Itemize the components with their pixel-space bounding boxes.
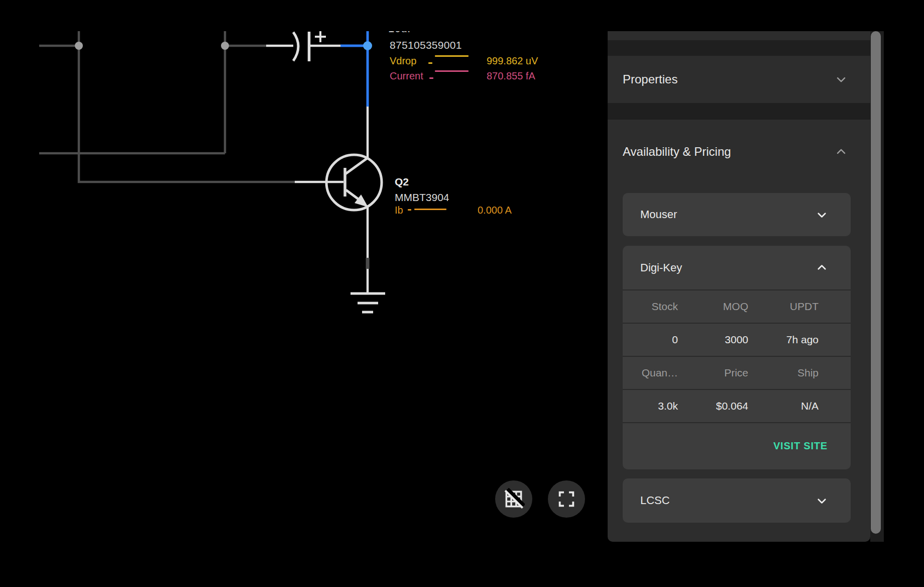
panel-divider	[608, 40, 870, 56]
current-line	[435, 70, 469, 72]
panel-divider	[608, 103, 870, 120]
highlighted-net-blue[interactable]	[340, 31, 368, 107]
quantity-header: Quan…	[623, 367, 678, 379]
junction-dot-highlighted[interactable]	[363, 41, 372, 50]
current-value: 870.855 fA	[487, 70, 535, 81]
ship-value: N/A	[748, 400, 819, 412]
stock-value-row: 0 3000 7h ago	[623, 324, 851, 356]
moq-value: 3000	[678, 334, 748, 346]
mouser-card-header[interactable]: Mouser	[623, 193, 851, 236]
fullscreen-icon	[556, 489, 576, 509]
visit-site-link[interactable]: VISIT SITE	[773, 440, 828, 452]
availability-pricing-section: Availability & Pricing Mouser Digi-Key	[608, 120, 870, 542]
vdrop-label: Vdrop	[390, 55, 416, 66]
capacitor-part-number: 875105359001	[390, 39, 462, 51]
stock-header-row: Stock MOQ UPDT	[623, 290, 851, 323]
supplier-card-digikey: Digi-Key Stock MOQ UPDT 0 3000 7h ago Qu…	[623, 246, 851, 469]
stock-value: 0	[623, 334, 678, 346]
transistor-part-number: MMBT3904	[395, 191, 449, 204]
price-value-row: 3.0k $0.064 N/A	[623, 390, 851, 422]
ground-symbol[interactable]	[351, 294, 385, 312]
dim-net-wires[interactable]	[39, 31, 295, 182]
chevron-up-icon	[834, 145, 848, 159]
panel-scrollbar-track[interactable]	[870, 31, 884, 542]
lcsc-label: LCSC	[640, 494, 670, 507]
availability-section-header[interactable]: Availability & Pricing	[608, 142, 870, 162]
stock-header: Stock	[623, 301, 678, 313]
visit-site-row: VISIT SITE	[623, 423, 851, 468]
chevron-down-icon	[815, 208, 829, 222]
current-dash	[429, 77, 433, 79]
vdrop-value: 999.862 uV	[487, 55, 538, 66]
fullscreen-button[interactable]	[548, 480, 585, 518]
vdrop-dash	[428, 62, 432, 64]
quantity-value: 3.0k	[623, 400, 678, 412]
ship-header: Ship	[748, 367, 819, 379]
transistor-ref-designator: Q2	[395, 176, 409, 188]
supplier-card-mouser: Mouser	[623, 193, 851, 236]
ib-label: Ib	[395, 205, 403, 216]
vdrop-line	[435, 55, 469, 57]
top-toolbar-area	[0, 0, 924, 31]
moq-header: MOQ	[678, 301, 748, 313]
lcsc-card-header[interactable]: LCSC	[623, 478, 851, 523]
current-label: Current	[390, 70, 423, 81]
junction-dot[interactable]	[75, 42, 83, 50]
updt-value: 7h ago	[748, 334, 819, 346]
ib-line	[414, 209, 446, 210]
panel-scrollbar-thumb[interactable]	[871, 31, 881, 534]
properties-section-title: Properties	[623, 72, 677, 86]
price-header: Price	[678, 367, 748, 379]
price-value: $0.064	[678, 400, 748, 412]
supplier-card-lcsc: LCSC	[623, 478, 851, 523]
chevron-down-icon	[815, 494, 829, 508]
chevron-down-icon	[834, 72, 848, 86]
plus-polarity-mark	[315, 31, 326, 42]
grid-toggle-button[interactable]	[495, 480, 532, 518]
digikey-label: Digi-Key	[640, 261, 682, 274]
grid-off-icon	[503, 488, 525, 510]
mouser-label: Mouser	[640, 208, 677, 221]
junction-dot[interactable]	[221, 42, 229, 50]
panel-section-partial	[608, 31, 870, 40]
ib-dash	[408, 209, 411, 211]
price-header-row: Quan… Price Ship	[623, 357, 851, 389]
digikey-card-header[interactable]: Digi-Key	[623, 246, 851, 289]
updt-header: UPDT	[748, 301, 819, 313]
availability-section-title: Availability & Pricing	[623, 145, 731, 159]
inspector-panel: Properties Availability & Pricing Mouser	[608, 31, 885, 542]
chevron-up-icon	[815, 261, 829, 274]
ib-value: 0.000 A	[478, 205, 512, 216]
properties-section-header[interactable]: Properties	[608, 56, 870, 103]
